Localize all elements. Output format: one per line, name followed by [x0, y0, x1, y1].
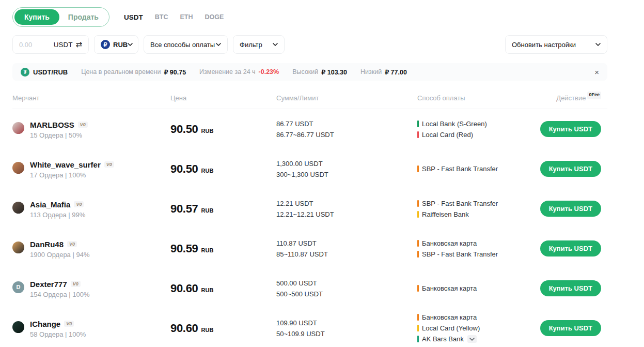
buy-usdt-button[interactable]: Купить USDT	[540, 121, 601, 137]
merchant-stats: 17 Ордера | 100%	[30, 171, 114, 179]
price-cell: 90.57RUB	[170, 202, 276, 216]
price-currency: RUB	[201, 207, 214, 214]
merchant-level-badge: V0	[78, 122, 88, 128]
filter-select[interactable]: Фильтр	[233, 35, 285, 54]
merchant-info: MARLBOSSV015 Ордера | 50%	[30, 120, 88, 139]
buy-usdt-button[interactable]: Купить USDT	[540, 320, 601, 336]
payment-method: SBP - Fast Bank Transfer	[417, 200, 539, 207]
price-value: 90.59	[170, 242, 198, 255]
fiat-select[interactable]: ₽ RUB	[94, 35, 138, 54]
merchant-name[interactable]: IChange	[30, 320, 60, 328]
limit-range: 12.21~12.21 USDT	[276, 209, 417, 220]
available-amount: 86.77 USDT	[276, 118, 417, 129]
price-cell: 90.60RUB	[170, 282, 276, 295]
merchant-name-line: Asia_MafiaV0	[30, 200, 85, 209]
payment-method: SBP - Fast Bank Transfer	[417, 165, 539, 173]
price-currency: RUB	[201, 247, 214, 253]
amount-limit-cell: 500.00 USDT500~500 USDT	[276, 278, 417, 299]
merchant-level-badge: V0	[64, 321, 74, 327]
limit-range: 300~1,300 USDT	[276, 169, 417, 180]
header-price: Цена	[170, 94, 276, 102]
price-value: 90.57	[170, 202, 198, 216]
ticker-change: Изменение за 24 ч -0.23%	[199, 68, 279, 76]
payment-cell: Банковская картаSBP - Fast Bank Transfer	[417, 239, 539, 258]
payment-method: Банковская карта	[417, 239, 539, 247]
price-cell: 90.50RUB	[170, 162, 276, 176]
avatar: D	[12, 281, 24, 293]
price-cell: 90.59RUB	[170, 242, 276, 255]
payment-color-bar	[417, 325, 419, 331]
tab-btc[interactable]: BTC	[155, 13, 168, 21]
payment-method: AK Bars Bank	[417, 335, 539, 343]
merchant-name[interactable]: MARLBOSS	[30, 120, 74, 129]
merchant-info: White_wave_surferV017 Ордера | 100%	[30, 160, 114, 179]
price-value: 90.60	[170, 282, 198, 295]
close-icon[interactable]: ×	[594, 68, 599, 76]
avatar	[12, 321, 24, 333]
merchant-cell: Asia_MafiaV0113 Ордера | 99%	[12, 199, 170, 219]
merchant-name[interactable]: White_wave_surfer	[30, 160, 101, 169]
avatar	[12, 122, 24, 134]
header-payment: Способ оплаты	[417, 94, 539, 102]
payment-cell: SBP - Fast Bank Transfer	[417, 165, 539, 173]
header-action-label: Действие	[556, 94, 586, 102]
payment-color-bar	[417, 200, 419, 207]
payment-cell: Local Bank (S-Green)Local Card (Red)	[417, 120, 539, 139]
buy-usdt-button[interactable]: Купить USDT	[540, 240, 601, 257]
merchant-stats: 1900 Ордера | 94%	[30, 251, 89, 259]
amount-limit-cell: 109.90 USDT50~109.9 USDT	[276, 318, 417, 339]
payment-color-bar	[417, 285, 419, 292]
buy-usdt-button[interactable]: Купить USDT	[540, 201, 601, 217]
merchant-cell: MARLBOSSV015 Ордера | 50%	[12, 119, 170, 139]
payment-expand-button[interactable]	[467, 335, 477, 343]
tab-usdt[interactable]: USDT	[124, 13, 143, 21]
merchant-stats: 113 Ордера | 99%	[30, 211, 85, 219]
tab-doge[interactable]: DOGE	[205, 13, 224, 21]
price-cell: 90.50RUB	[170, 123, 276, 136]
buy-toggle-button[interactable]: Купить	[14, 9, 59, 25]
payment-method-label: Банковская карта	[422, 313, 477, 321]
swap-icon[interactable]: ⇄	[75, 40, 82, 49]
amount-box: USDT ⇄	[12, 35, 89, 54]
sell-toggle-button[interactable]: Продать	[59, 9, 107, 25]
buy-usdt-button[interactable]: Купить USDT	[540, 161, 601, 177]
merchant-name-line: White_wave_surferV0	[30, 160, 114, 169]
payment-method-label: SBP - Fast Bank Transfer	[422, 250, 498, 258]
amount-input[interactable]	[19, 41, 50, 49]
merchant-name[interactable]: Asia_Mafia	[30, 200, 70, 209]
merchant-name-line: Dexter777V0	[30, 280, 89, 289]
price-currency: RUB	[201, 327, 214, 333]
fiat-label: RUB	[113, 41, 128, 49]
payment-methods-select[interactable]: Все способы оплаты	[144, 35, 228, 54]
table-row: IChangeV058 Ордера | 100%90.60RUB109.90 …	[12, 308, 607, 347]
available-amount: 110.87 USDT	[276, 238, 417, 249]
price-value: 90.50	[170, 123, 198, 136]
available-amount: 12.21 USDT	[276, 198, 417, 209]
chevron-down-icon	[469, 338, 475, 341]
p2p-page: Купить Продать USDT BTC ETH DOGE USDT ⇄ …	[12, 7, 607, 347]
merchant-name[interactable]: Dexter777	[30, 280, 67, 289]
refresh-settings-select[interactable]: Обновить настройки	[505, 35, 607, 54]
tab-eth[interactable]: ETH	[180, 13, 193, 21]
action-cell: Купить USDT	[539, 201, 607, 217]
amount-limit-cell: 110.87 USDT85~110.87 USDT	[276, 238, 417, 260]
tether-icon: ₮	[21, 68, 29, 77]
action-cell: Купить USDT	[539, 121, 607, 137]
action-cell: Купить USDT	[539, 240, 607, 257]
merchant-stats: 15 Ордера | 50%	[30, 131, 88, 139]
merchant-info: IChangeV058 Ордера | 100%	[30, 320, 86, 338]
amount-currency: USDT ⇄	[54, 40, 82, 49]
ticker-pair: USDT/RUB	[33, 68, 68, 76]
payment-method: Local Card (Yellow)	[417, 324, 539, 332]
ticker-bar: ₮ USDT/RUB Цена в реальном времени ₽ 90.…	[12, 63, 607, 81]
payment-color-bar	[417, 165, 419, 172]
coin-tabs: USDT BTC ETH DOGE	[124, 13, 224, 21]
payment-method: Банковская карта	[417, 284, 539, 292]
price-currency: RUB	[201, 128, 214, 134]
merchant-name[interactable]: DanRu48	[30, 240, 64, 249]
offers-table-body: MARLBOSSV015 Ордера | 50%90.50RUB86.77 U…	[12, 109, 607, 347]
limit-range: 50~109.9 USDT	[276, 328, 417, 339]
merchant-level-badge: V0	[104, 161, 114, 168]
table-row: DDexter777V0154 Ордера | 100%90.60RUB500…	[12, 268, 607, 308]
buy-usdt-button[interactable]: Купить USDT	[540, 280, 601, 296]
